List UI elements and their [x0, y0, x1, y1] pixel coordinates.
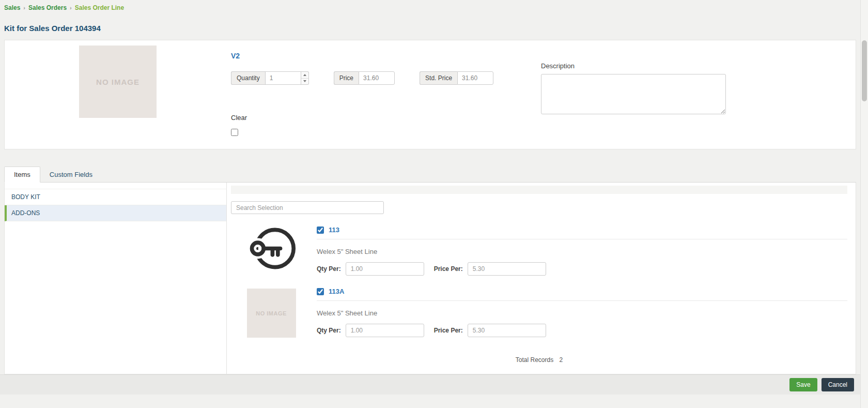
save-button[interactable]: Save	[789, 378, 817, 391]
total-records-label: Total Records	[516, 356, 553, 364]
item-fields: Qty Per: Price Per:	[317, 262, 847, 276]
key-icon	[247, 224, 296, 273]
price-per-input[interactable]	[468, 324, 546, 337]
clear-label: Clear	[231, 114, 541, 122]
total-records: Total Records 2	[231, 356, 847, 374]
breadcrumb-sales[interactable]: Sales	[4, 4, 20, 11]
item-code-link[interactable]: 113	[329, 226, 339, 234]
list-item: 113 Welex 5" Sheet Line Qty Per: Price P…	[231, 224, 847, 276]
item-description: Welex 5" Sheet Line	[317, 248, 847, 255]
price-per-label: Price Per:	[434, 327, 463, 334]
search-input[interactable]	[231, 201, 384, 214]
tab-items[interactable]: Items	[4, 167, 40, 183]
item-code-link[interactable]: 113A	[329, 288, 344, 295]
category-body-kit[interactable]: BODY KIT	[5, 189, 226, 205]
tab-custom-fields[interactable]: Custom Fields	[40, 167, 102, 182]
price-label: Price	[334, 71, 359, 85]
footer-action-bar: Save Cancel	[0, 374, 860, 395]
quantity-group: Quantity	[231, 71, 309, 85]
item-details: 113 Welex 5" Sheet Line Qty Per: Price P…	[317, 224, 847, 276]
list-item: NO IMAGE 113A Welex 5" Sheet Line Qty Pe…	[231, 285, 847, 338]
tab-bar: Items Custom Fields	[4, 166, 856, 183]
no-image-label: NO IMAGE	[256, 310, 287, 316]
quantity-step-down-button[interactable]	[301, 79, 308, 85]
product-fields-column: V2 Quantity Price Std. Price	[231, 44, 541, 142]
page-title: Kit for Sales Order 104394	[4, 24, 856, 33]
price-per-label: Price Per:	[434, 265, 463, 273]
qty-per-input[interactable]	[346, 262, 424, 276]
item-select-checkbox[interactable]	[317, 288, 324, 295]
item-description: Welex 5" Sheet Line	[317, 309, 847, 317]
item-header: 113	[317, 224, 847, 239]
breadcrumb-separator: ›	[23, 5, 25, 11]
item-image-placeholder: NO IMAGE	[247, 289, 296, 338]
qty-per-label: Qty Per:	[317, 265, 341, 273]
items-header-strip	[231, 186, 847, 194]
price-input[interactable]	[359, 71, 395, 85]
description-label: Description	[541, 62, 737, 70]
std-price-group: Std. Price	[420, 71, 493, 85]
cancel-button[interactable]: Cancel	[822, 378, 854, 391]
qty-per-input[interactable]	[346, 324, 424, 337]
std-price-input[interactable]	[457, 71, 493, 85]
product-field-row: Quantity Price Std. Price	[231, 71, 541, 85]
qty-per-label: Qty Per:	[317, 327, 341, 334]
item-fields: Qty Per: Price Per:	[317, 324, 847, 337]
category-list: BODY KIT ADD-ONS	[5, 183, 227, 374]
product-link[interactable]: V2	[231, 52, 240, 60]
items-area: 113 Welex 5" Sheet Line Qty Per: Price P…	[227, 183, 856, 374]
item-details: 113A Welex 5" Sheet Line Qty Per: Price …	[317, 285, 847, 338]
description-column: Description	[541, 44, 737, 142]
std-price-label: Std. Price	[420, 71, 457, 85]
vertical-scrollbar[interactable]	[860, 0, 868, 408]
breadcrumb-sales-orders[interactable]: Sales Orders	[28, 4, 67, 11]
chevron-up-icon	[303, 74, 306, 76]
quantity-input[interactable]	[265, 71, 301, 85]
breadcrumb-sales-order-line: Sales Order Line	[75, 4, 124, 11]
product-image-placeholder: NO IMAGE	[79, 46, 157, 118]
clear-field: Clear	[231, 114, 541, 138]
scrollbar-thumb[interactable]	[862, 40, 867, 101]
breadcrumb: Sales › Sales Orders › Sales Order Line	[4, 4, 856, 11]
price-group: Price	[334, 71, 395, 85]
item-image: NO IMAGE	[246, 285, 296, 338]
product-header-panel: NO IMAGE V2 Quantity Price	[4, 40, 856, 149]
items-content-panel: BODY KIT ADD-ONS	[4, 183, 856, 374]
item-header: 113A	[317, 285, 847, 301]
breadcrumb-separator: ›	[70, 5, 72, 11]
item-image	[246, 224, 296, 276]
no-image-label: NO IMAGE	[96, 78, 140, 86]
quantity-label: Quantity	[231, 71, 265, 85]
product-image-column: NO IMAGE	[5, 44, 231, 142]
clear-checkbox[interactable]	[231, 129, 238, 136]
description-textarea[interactable]	[541, 74, 726, 114]
category-add-ons[interactable]: ADD-ONS	[5, 205, 226, 221]
chevron-down-icon	[303, 80, 306, 82]
quantity-step-up-button[interactable]	[301, 72, 308, 79]
price-per-input[interactable]	[468, 262, 546, 276]
quantity-stepper	[301, 71, 309, 85]
total-records-value: 2	[560, 356, 563, 364]
item-select-checkbox[interactable]	[317, 226, 324, 234]
page: Sales › Sales Orders › Sales Order Line …	[0, 0, 860, 395]
